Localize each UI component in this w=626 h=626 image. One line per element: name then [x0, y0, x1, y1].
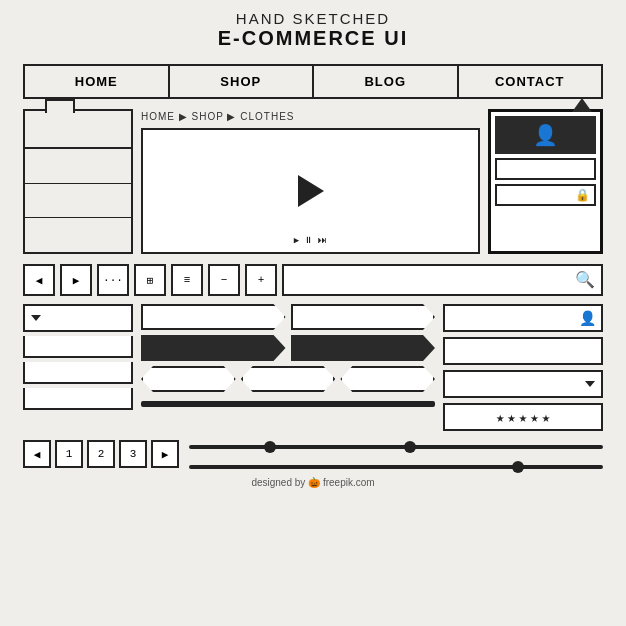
search-field[interactable]: 🔍 — [282, 264, 603, 296]
nav-contact[interactable]: CONTACT — [459, 66, 602, 97]
center-widgets — [141, 304, 435, 431]
main-section: HOME ▶ SHOP ▶ CLOTHES ▶ ⏸ ⏭ 👤 🔒 — [23, 109, 603, 254]
rating-stars[interactable]: ★ ★ ★ ★ ★ — [443, 403, 603, 431]
nav-blog[interactable]: BLOG — [314, 66, 459, 97]
pagination-page-2[interactable]: 2 — [87, 440, 115, 468]
list-item-2[interactable] — [23, 362, 133, 384]
star-4: ★ — [530, 409, 538, 426]
bottom-row: ◀ 1 2 3 ▶ — [23, 439, 603, 469]
btn-plus[interactable]: + — [245, 264, 277, 296]
tag-hex-3[interactable] — [340, 366, 435, 392]
footer: designed by 🎃 freepik.com — [23, 477, 603, 488]
search-icon: 🔍 — [575, 270, 595, 290]
nav-shop[interactable]: SHOP — [170, 66, 315, 97]
lock-icon: 🔒 — [575, 188, 590, 203]
nav-home[interactable]: HOME — [25, 66, 170, 97]
btn-back[interactable]: ◀ — [23, 264, 55, 296]
text-input-plain[interactable] — [443, 337, 603, 365]
panel-header: 👤 — [495, 116, 596, 154]
sidebar-rows — [23, 149, 133, 254]
sidebar-row-2 — [25, 184, 131, 219]
panel-triangle — [572, 98, 592, 112]
pagination-prev[interactable]: ◀ — [23, 440, 51, 468]
tags-row-2 — [141, 335, 435, 361]
select-arrow-icon — [585, 381, 595, 387]
sidebar-tab — [45, 99, 75, 113]
nav-bar: HOME SHOP BLOG CONTACT — [23, 64, 603, 99]
btn-minus[interactable]: − — [208, 264, 240, 296]
tag-arrow-outline-1[interactable] — [141, 304, 286, 330]
video-controls: ▶ ⏸ ⏭ — [294, 235, 327, 246]
slider-2-dot-1[interactable] — [512, 461, 524, 473]
dropdown-arrow-icon — [31, 315, 41, 321]
list-item-3[interactable] — [23, 388, 133, 410]
star-2: ★ — [507, 409, 515, 426]
list-item-1[interactable] — [23, 336, 133, 358]
select-dropdown[interactable] — [443, 370, 603, 398]
slider-1[interactable] — [189, 445, 603, 449]
text-input-user[interactable]: 👤 — [443, 304, 603, 332]
slider-1-dot-2[interactable] — [404, 441, 416, 453]
breadcrumb: HOME ▶ SHOP ▶ CLOTHES — [141, 109, 480, 124]
sidebar-row-1 — [25, 149, 131, 184]
left-widgets — [23, 304, 133, 431]
btn-more[interactable]: ··· — [97, 264, 129, 296]
slider-2[interactable] — [189, 465, 603, 469]
pagination-page-1[interactable]: 1 — [55, 440, 83, 468]
tag-hex-1[interactable] — [141, 366, 236, 392]
pagination: ◀ 1 2 3 ▶ — [23, 440, 179, 468]
btn-list[interactable]: ≡ — [171, 264, 203, 296]
right-panel: 👤 🔒 — [488, 109, 603, 254]
btn-grid[interactable]: ⊞ — [134, 264, 166, 296]
slider-1-dot-1[interactable] — [264, 441, 276, 453]
widgets-area: 👤 ★ ★ ★ ★ ★ — [23, 304, 603, 431]
dropdown-button[interactable] — [23, 304, 133, 332]
right-widgets: 👤 ★ ★ ★ ★ ★ — [443, 304, 603, 431]
title-line1: HAND SKETCHED — [23, 10, 603, 27]
star-1: ★ — [496, 409, 504, 426]
sidebar-top — [23, 109, 133, 149]
user-avatar-icon: 👤 — [533, 123, 558, 148]
title-area: HAND SKETCHED E-COMMERCE UI — [23, 10, 603, 50]
center-content: HOME ▶ SHOP ▶ CLOTHES ▶ ⏸ ⏭ — [141, 109, 480, 254]
tag-arrow-outline-2[interactable] — [291, 304, 436, 330]
video-seek-icon: ▶ — [294, 235, 299, 246]
controls-row: ◀ ▶ ··· ⊞ ≡ − + 🔍 — [23, 264, 603, 296]
title-line2: E-COMMERCE UI — [23, 27, 603, 50]
video-pause-icon: ⏸ — [304, 235, 313, 246]
tag-arrow-filled-1[interactable] — [141, 335, 286, 361]
star-5: ★ — [542, 409, 550, 426]
tag-arrow-filled-2[interactable] — [291, 335, 436, 361]
pagination-next[interactable]: ▶ — [151, 440, 179, 468]
tag-hex-2[interactable] — [241, 366, 336, 392]
login-username-input[interactable] — [495, 158, 596, 180]
pagination-page-3[interactable]: 3 — [119, 440, 147, 468]
star-3: ★ — [519, 409, 527, 426]
sidebar-row-3 — [25, 218, 131, 252]
video-player[interactable]: ▶ ⏸ ⏭ — [141, 128, 480, 254]
login-password-input[interactable]: 🔒 — [495, 184, 596, 206]
footer-text: designed by 🎃 freepik.com — [251, 477, 374, 488]
left-sidebar — [23, 109, 133, 254]
tags-row-3 — [141, 366, 435, 392]
btn-play[interactable]: ▶ — [60, 264, 92, 296]
tags-row-1 — [141, 304, 435, 330]
input-user-icon: 👤 — [579, 310, 596, 327]
play-button-icon[interactable] — [298, 175, 324, 207]
sliders-area — [189, 439, 603, 469]
divider-bar — [141, 401, 435, 407]
video-forward-icon: ⏭ — [318, 235, 327, 246]
